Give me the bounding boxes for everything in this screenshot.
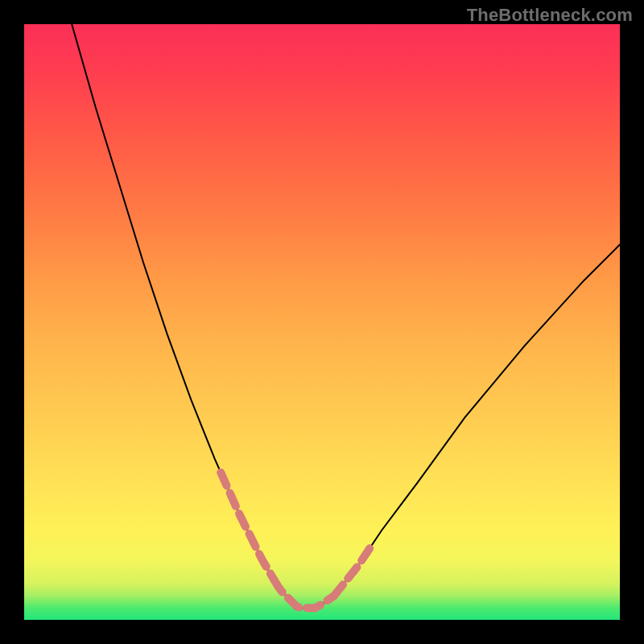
- right-marks: [334, 548, 369, 596]
- left-marks: [221, 473, 275, 580]
- bottleneck-curve: [72, 24, 620, 608]
- floor-marks: [275, 580, 334, 609]
- chart-stage: TheBottleneck.com: [0, 0, 644, 644]
- curve-layer: [24, 24, 620, 620]
- gradient-plot-area: [24, 24, 620, 620]
- watermark-text: TheBottleneck.com: [467, 5, 633, 26]
